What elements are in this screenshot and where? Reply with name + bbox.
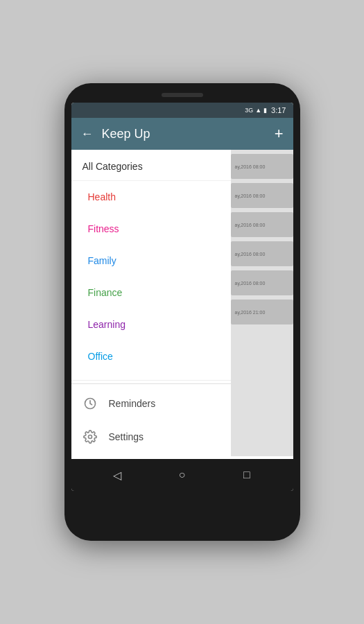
reminders-label: Reminders xyxy=(109,398,156,409)
main-card: ay,2016 08:00 xyxy=(231,241,293,266)
nav-recent-button[interactable]: □ xyxy=(236,465,257,485)
nav-home-button[interactable]: ○ xyxy=(171,465,192,485)
main-card: ay,2016 08:00 xyxy=(231,154,293,179)
category-label: Office xyxy=(88,351,113,362)
category-label: Health xyxy=(88,191,116,202)
category-label: Family xyxy=(88,255,116,266)
category-label: Finance xyxy=(88,287,123,298)
status-bar: 3G ▲ ▮ 3:17 xyxy=(71,103,293,118)
battery-icon: ▮ xyxy=(263,107,267,114)
main-content-background: ay,2016 08:00ay,2016 08:00ay,2016 08:00a… xyxy=(231,150,293,456)
all-categories-label: All Categories xyxy=(83,161,143,172)
network-icon: 3G xyxy=(245,107,253,114)
main-card: ay,2016 08:00 xyxy=(231,212,293,237)
app-title: Keep Up xyxy=(102,127,266,141)
signal-icon: ▲ xyxy=(255,107,261,114)
main-card: ay,2016 08:00 xyxy=(231,270,293,295)
category-label: Learning xyxy=(88,319,126,330)
clock-icon xyxy=(83,396,98,411)
app-bar: ← Keep Up + xyxy=(71,118,293,150)
add-button[interactable]: + xyxy=(275,125,284,143)
back-button[interactable]: ← xyxy=(81,127,94,141)
status-icons: 3G ▲ ▮ xyxy=(245,107,267,114)
gear-icon xyxy=(83,429,98,444)
category-label: Fitness xyxy=(88,223,119,234)
nav-back-button[interactable]: ◁ xyxy=(107,465,128,485)
main-card: ay,2016 08:00 xyxy=(231,183,293,208)
nav-bar: ◁ ○ □ xyxy=(71,459,293,491)
svg-point-1 xyxy=(88,435,92,439)
phone-frame: 3G ▲ ▮ 3:17 ← Keep Up + ay,2016 08:00ay,… xyxy=(64,83,300,541)
phone-screen: 3G ▲ ▮ 3:17 ← Keep Up + ay,2016 08:00ay,… xyxy=(71,103,293,491)
status-time: 3:17 xyxy=(271,106,286,114)
main-card: ay,2016 21:00 xyxy=(231,300,293,324)
phone-speaker xyxy=(162,93,203,97)
settings-label: Settings xyxy=(109,431,144,442)
